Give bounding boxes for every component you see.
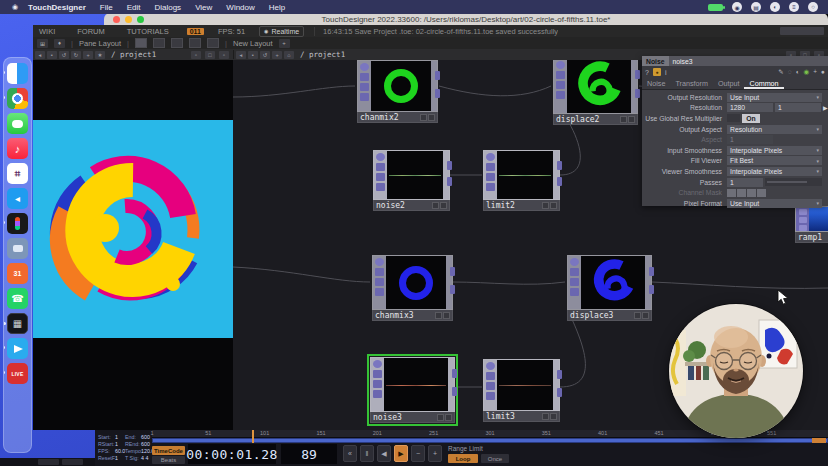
redo-icon[interactable]: ↻	[71, 51, 81, 59]
timeline-field-value[interactable]: 600	[141, 435, 154, 441]
param-dropdown[interactable]: Use Input▾	[727, 199, 822, 208]
toolbar-search-box[interactable]	[780, 27, 824, 35]
timeline-field-value[interactable]: 1	[115, 456, 124, 462]
stop-button[interactable]: ▪	[248, 51, 258, 59]
node-output-connector[interactable]	[553, 151, 559, 199]
timeline-field-value[interactable]: 1	[115, 442, 124, 448]
toggle-track[interactable]	[727, 114, 740, 122]
node-parameter-icons[interactable]	[568, 256, 581, 309]
param-control[interactable]: Use Input▾	[727, 199, 822, 208]
window-title-bar[interactable]: TouchDesigner 2022.33600: /Users/rikloma…	[104, 13, 828, 25]
dock-icon-figma[interactable]	[7, 213, 28, 234]
menu-item-edit[interactable]: Edit	[127, 3, 141, 12]
param-control[interactable]: Interpolate Pixels▾	[727, 167, 822, 176]
param-control[interactable]: Resolution▾	[727, 125, 822, 134]
layout-preset[interactable]	[189, 38, 201, 48]
stop-button[interactable]: ▪	[47, 51, 57, 59]
node-viewer[interactable]	[387, 151, 443, 199]
layout-preset[interactable]	[171, 38, 183, 48]
layout-grid-icon[interactable]: ⊞	[37, 39, 48, 48]
node-noise2[interactable]: noise2	[373, 150, 450, 211]
param-control[interactable]: Fit Best▾	[727, 156, 822, 165]
display-icon[interactable]: ▤	[751, 2, 761, 12]
node-ramp1[interactable]: ramp1	[795, 206, 828, 243]
menu-item-view[interactable]: View	[195, 3, 212, 12]
node-parameter-icons[interactable]	[484, 151, 497, 199]
node-output-connector[interactable]	[446, 256, 452, 309]
dock-icon-finder[interactable]	[7, 63, 28, 84]
macos-dock[interactable]: ♪⌗◂31☎▦LIVE	[3, 57, 32, 453]
loop-button[interactable]: Loop	[448, 454, 478, 463]
right-pane-path[interactable]: / project1	[300, 50, 345, 59]
tab-noise[interactable]: Noise	[642, 78, 670, 89]
node-viewer[interactable]	[497, 151, 553, 199]
mask-box[interactable]	[727, 189, 736, 197]
node-displace2[interactable]: displace2	[553, 60, 638, 125]
bookmark-icon[interactable]: ★	[95, 51, 105, 59]
tab-output[interactable]: Output	[713, 78, 745, 89]
param-dropdown[interactable]: Interpolate Pixels▾	[727, 167, 822, 176]
dock-icon-music[interactable]: ♪	[7, 138, 28, 159]
node-viewer[interactable]	[581, 256, 645, 309]
node-output-connector[interactable]	[631, 60, 637, 113]
layout-preset[interactable]	[135, 38, 147, 48]
mask-box[interactable]	[747, 189, 756, 197]
new-layout-button[interactable]: New Layout	[233, 39, 273, 48]
info-icon[interactable]: i	[665, 69, 667, 76]
node-flags[interactable]	[437, 414, 452, 421]
toggle-state[interactable]: On	[742, 114, 760, 123]
menu-item-dialogs[interactable]: Dialogs	[154, 3, 181, 12]
mask-box[interactable]	[757, 189, 766, 197]
node-flags[interactable]	[432, 202, 447, 209]
node-flags[interactable]	[542, 202, 557, 209]
node-parameter-icons[interactable]	[373, 256, 386, 309]
toolbar-link-forum[interactable]: FORUM	[77, 27, 105, 36]
node-viewer[interactable]	[497, 360, 553, 410]
operator-name-field[interactable]: noise3	[669, 56, 828, 66]
mask-box[interactable]	[737, 189, 746, 197]
menu-item-file[interactable]: File	[100, 3, 113, 12]
timeline-field-value[interactable]: 60.0	[115, 449, 124, 455]
playhead[interactable]	[252, 430, 254, 443]
add-button[interactable]: +	[272, 51, 282, 59]
param-dropdown[interactable]: Fit Best▾	[727, 156, 822, 165]
param-control[interactable]: Use Input▾	[727, 93, 822, 102]
node-limit3[interactable]: limit3	[483, 359, 560, 422]
pause-button[interactable]: ‖	[360, 445, 374, 462]
layout-pin-icon[interactable]: ♦	[54, 39, 65, 48]
param-value-field[interactable]: 1	[727, 135, 773, 144]
node-chanmix3[interactable]: chanmix3	[372, 255, 453, 321]
node-output-connector[interactable]	[448, 358, 454, 411]
menu-item-window[interactable]: Window	[226, 3, 254, 12]
back-button[interactable]: ◂	[236, 51, 246, 59]
edit-pencil-icon[interactable]: ✎	[778, 68, 783, 76]
param-dropdown[interactable]: Use Input▾	[727, 93, 822, 102]
dock-icon-slack[interactable]: ⌗	[7, 163, 28, 184]
node-output-connector[interactable]	[553, 360, 559, 410]
node-viewer[interactable]	[386, 256, 446, 309]
screen-record-icon[interactable]: ◉	[732, 2, 742, 12]
jump-to-start-button[interactable]: «	[343, 445, 357, 462]
node-viewer[interactable]	[384, 358, 448, 411]
dock-icon-whatsapp[interactable]: ☎	[7, 288, 28, 309]
apple-menu-icon[interactable]: ◉	[12, 3, 18, 11]
dock-icon-zoom[interactable]	[7, 238, 28, 259]
dock-icon-telegram[interactable]	[7, 338, 28, 359]
node-displace3[interactable]: displace3	[567, 255, 652, 321]
comment-icon[interactable]: ◌	[788, 68, 792, 76]
node-viewer[interactable]	[567, 60, 631, 113]
node-output-connector[interactable]	[645, 256, 651, 309]
help-icon[interactable]: ?	[645, 69, 649, 76]
menu-item-help[interactable]: Help	[269, 3, 285, 12]
node-parameter-icons[interactable]	[796, 207, 809, 231]
battery-icon[interactable]	[708, 4, 723, 11]
step-forward-button[interactable]: +	[428, 445, 442, 462]
param-value-field[interactable]: 1	[775, 103, 821, 112]
param-value-field[interactable]: 1	[727, 178, 763, 187]
corner-button[interactable]	[38, 459, 59, 465]
node-flags[interactable]	[620, 116, 635, 123]
corner-button[interactable]	[62, 459, 83, 465]
dock-icon-messages[interactable]	[7, 113, 28, 134]
param-control[interactable]: 12801▶	[727, 103, 828, 112]
once-button[interactable]: Once	[481, 454, 509, 463]
